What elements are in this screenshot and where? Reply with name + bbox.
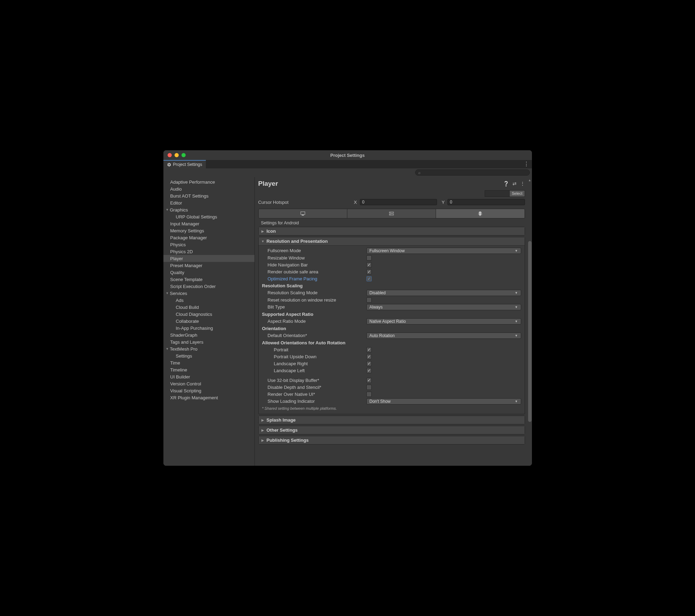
blit-type-dropdown[interactable]: Always▼ — [366, 304, 521, 310]
sidebar-item-graphics[interactable]: ▼Graphics — [163, 206, 254, 213]
section-splash-image[interactable]: ▶Splash Image — [259, 416, 525, 424]
portrait-checkbox[interactable] — [366, 347, 372, 352]
scroll-up-arrow-icon: ▲ — [528, 178, 532, 182]
tab-project-settings[interactable]: Project Settings — [163, 160, 206, 168]
platform-tab-server[interactable] — [347, 209, 436, 218]
sidebar-item-urp-global-settings[interactable]: URP Global Settings — [163, 213, 254, 220]
sidebar-item-collaborate[interactable]: Collaborate — [163, 318, 254, 325]
sidebar-item-visual-scripting[interactable]: Visual Scripting — [163, 387, 254, 394]
sidebar-item-label: In-App Purchasing — [176, 325, 213, 331]
resolution-scaling-mode-dropdown[interactable]: Disabled▼ — [366, 290, 521, 296]
render-outside-checkbox[interactable] — [366, 269, 372, 274]
section-resolution-presentation[interactable]: ▼ Resolution and Presentation — [259, 237, 525, 246]
section-icon[interactable]: ▶ Icon — [259, 227, 525, 235]
sidebar-item-time[interactable]: Time — [163, 359, 254, 366]
aspect-ratio-mode-dropdown[interactable]: Native Aspect Ratio▼ — [366, 318, 521, 325]
section-other-settings[interactable]: ▶Other Settings — [259, 426, 525, 434]
section-publishing-settings[interactable]: ▶Publishing Settings — [259, 436, 525, 444]
sidebar-item-label: TextMesh Pro — [170, 346, 197, 352]
sidebar-item-script-execution-order[interactable]: Script Execution Order — [163, 283, 254, 290]
cursor-hotspot-row: Cursor Hotspot X Y — [258, 199, 525, 205]
landscape-right-label: Landscape Right — [262, 361, 366, 366]
sidebar-item-cloud-build[interactable]: Cloud Build — [163, 304, 254, 311]
sidebar-item-player[interactable]: Player — [163, 255, 254, 262]
help-icon[interactable]: ❔ — [503, 181, 509, 186]
hide-nav-checkbox[interactable] — [366, 262, 372, 267]
landscape-left-checkbox[interactable] — [366, 368, 372, 373]
sidebar-item-adaptive-performance[interactable]: Adaptive Performance — [163, 178, 254, 185]
resizable-window-checkbox[interactable] — [366, 255, 372, 261]
minimize-window-button[interactable] — [175, 153, 179, 157]
sidebar-item-scene-template[interactable]: Scene Template — [163, 276, 254, 283]
sidebar-item-label: Burst AOT Settings — [170, 193, 209, 199]
settings-content: Player ❔ ⇄ ⋮ Select Cursor Hotspot X — [255, 177, 532, 466]
sidebar-item-shadergraph[interactable]: ShaderGraph — [163, 331, 254, 338]
sidebar-item-ui-builder[interactable]: UI Builder — [163, 373, 254, 380]
sidebar-item-physics-2d[interactable]: Physics 2D — [163, 248, 254, 255]
sidebar-item-ads[interactable]: Ads — [163, 297, 254, 304]
render-native-checkbox[interactable] — [366, 392, 372, 397]
texture-swatch[interactable] — [485, 190, 510, 197]
landscape-right-checkbox[interactable] — [366, 361, 372, 366]
default-orientation-label: Default Orientation* — [262, 333, 366, 338]
sidebar-item-in-app-purchasing[interactable]: In-App Purchasing — [163, 325, 254, 331]
portrait-label: Portrait — [262, 347, 366, 352]
sidebar-item-label: Time — [170, 360, 180, 366]
y-label: Y — [440, 200, 445, 205]
platform-tab-standalone[interactable] — [259, 209, 347, 218]
sidebar-item-xr-plugin-management[interactable]: XR Plugin Management — [163, 394, 254, 401]
tab-label: Project Settings — [173, 162, 202, 167]
sidebar-item-services[interactable]: ▼Services — [163, 290, 254, 297]
portrait-ud-checkbox[interactable] — [366, 354, 372, 359]
maximize-window-button[interactable] — [181, 153, 186, 157]
context-menu-icon[interactable]: ⋮ — [520, 181, 525, 186]
cursor-x-input[interactable] — [360, 199, 437, 205]
sidebar-item-preset-manager[interactable]: Preset Manager — [163, 262, 254, 269]
presets-icon[interactable]: ⇄ — [512, 181, 517, 186]
gear-icon — [167, 162, 171, 167]
sidebar-item-timeline[interactable]: Timeline — [163, 366, 254, 373]
sidebar-item-label: Audio — [170, 186, 182, 192]
disable-depth-checkbox[interactable] — [366, 385, 372, 390]
disable-depth-label: Disable Depth and Stencil* — [262, 385, 366, 390]
sidebar-item-memory-settings[interactable]: Memory Settings — [163, 227, 254, 234]
search-input[interactable]: ⌕ — [415, 169, 530, 176]
sidebar-item-label: Version Control — [170, 381, 201, 387]
scrollbar[interactable]: ▲ — [528, 178, 532, 464]
loading-indicator-dropdown[interactable]: Don't Show▼ — [366, 398, 521, 405]
chevron-down-icon: ▼ — [166, 346, 170, 352]
sidebar-item-package-manager[interactable]: Package Manager — [163, 234, 254, 241]
sidebar-item-cloud-diagnostics[interactable]: Cloud Diagnostics — [163, 311, 254, 318]
sidebar-item-burst-aot-settings[interactable]: Burst AOT Settings — [163, 192, 254, 199]
reset-resolution-checkbox[interactable] — [366, 297, 372, 303]
tabbar-menu-button[interactable]: ⋮ — [521, 161, 532, 167]
close-window-button[interactable] — [168, 153, 172, 157]
render-outside-label: Render outside safe area — [262, 269, 366, 274]
sidebar-item-label: Input Manager — [170, 221, 200, 227]
use-32bit-checkbox[interactable] — [366, 378, 372, 383]
fullscreen-mode-dropdown[interactable]: Fullscreen Window▼ — [366, 248, 521, 254]
select-button[interactable]: Select — [510, 190, 525, 197]
x-label: X — [352, 200, 357, 205]
resolution-scaling-header: Resolution Scaling — [262, 283, 366, 288]
sidebar-item-settings[interactable]: Settings — [163, 352, 254, 359]
sidebar-item-input-manager[interactable]: Input Manager — [163, 220, 254, 227]
sidebar-item-editor[interactable]: Editor — [163, 199, 254, 206]
sidebar-item-label: Services — [170, 290, 187, 296]
sidebar-item-audio[interactable]: Audio — [163, 185, 254, 192]
chevron-down-icon: ▼ — [261, 240, 265, 243]
platform-tab-android[interactable] — [436, 209, 524, 218]
chevron-down-icon: ▼ — [166, 207, 170, 213]
sidebar-item-textmesh-pro[interactable]: ▼TextMesh Pro — [163, 345, 254, 352]
sidebar-item-tags-and-layers[interactable]: Tags and Layers — [163, 338, 254, 345]
sidebar-item-physics[interactable]: Physics — [163, 241, 254, 248]
scroll-thumb[interactable] — [528, 241, 532, 422]
sidebar-item-version-control[interactable]: Version Control — [163, 380, 254, 387]
cursor-y-input[interactable] — [447, 199, 525, 205]
monitor-icon — [300, 211, 306, 216]
sidebar-item-label: Cloud Diagnostics — [176, 311, 212, 317]
optimized-frame-pacing-checkbox[interactable] — [366, 276, 372, 281]
sidebar-item-quality[interactable]: Quality — [163, 269, 254, 276]
default-orientation-dropdown[interactable]: Auto Rotation▼ — [366, 333, 521, 339]
sidebar-item-label: Tags and Layers — [170, 339, 203, 345]
